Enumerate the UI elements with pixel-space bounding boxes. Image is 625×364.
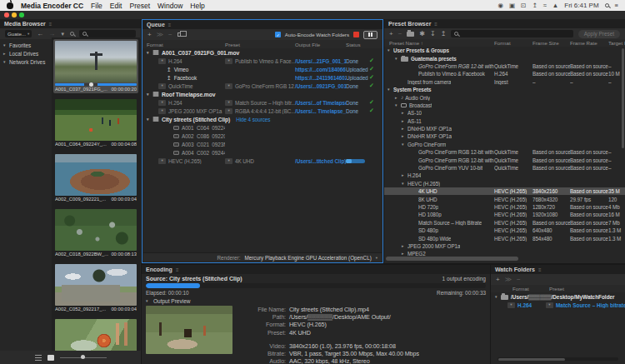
menu-window[interactable]: Window (158, 2, 182, 10)
preset-row[interactable]: Match Source – High Bitrate HEVC (H.265)… (384, 219, 625, 227)
column-preset[interactable]: Preset (549, 286, 564, 292)
preset-row[interactable]: ▸ DNxHR MXF OP1a (384, 132, 625, 140)
format-dropdown[interactable] (158, 100, 166, 106)
menu-bar-clock[interactable]: Fri 6:41 PM (564, 2, 598, 9)
output-file-link[interactable]: /Users/...21FG_001_1.mp4 (295, 58, 346, 64)
forward-button[interactable]: → (48, 31, 55, 37)
preset-row[interactable]: GoPro CineForm YUV 10-bit QuickTime Base… (384, 164, 625, 172)
tab-queue[interactable]: Queue (147, 22, 165, 27)
import-preset-icon[interactable]: ↧ (430, 31, 436, 37)
preset-settings-icon[interactable]: ✱ (419, 31, 425, 37)
preset-row[interactable]: ▸ JPEG 2000 MXF OP1a (384, 242, 625, 250)
column-frame-size[interactable]: Frame Size (532, 40, 570, 46)
disclosure-icon[interactable]: ▾ (495, 295, 501, 299)
preset-dropdown[interactable] (546, 302, 553, 308)
stop-queue-button[interactable] (353, 32, 359, 37)
screen-record-icon[interactable]: ◉ (498, 2, 503, 9)
tab-encoding[interactable]: Encoding (146, 267, 172, 272)
clip-thumbnail-cell[interactable]: A002_C018_0922BW_... 00:00:08:13 (53, 207, 138, 258)
remove-icon[interactable]: − (517, 277, 521, 283)
add-output-icon[interactable]: ≫ (157, 32, 163, 38)
column-format[interactable]: Format (494, 40, 532, 46)
remove-icon[interactable]: − (168, 32, 172, 38)
preset-row[interactable]: Ingest from camera Ingest – – – (384, 78, 625, 86)
list-view-icon[interactable] (35, 355, 42, 361)
vertical-scrollbar[interactable] (622, 48, 624, 148)
disclosure-icon[interactable]: ▾ (388, 48, 393, 52)
column-frame-rate[interactable]: Frame Rate (570, 40, 608, 46)
preset-row[interactable]: 8K UHD HEVC (H.265) 7680x4320 29.97 fps … (384, 195, 625, 202)
queue-row[interactable]: A003_C021_0923NJ_001 (142, 140, 382, 148)
preset-dropdown[interactable] (225, 83, 232, 89)
panel-menu-icon[interactable]: ≡ (538, 267, 542, 272)
preset-row[interactable]: HD 720p HEVC (H.265) 1280x720 Based on s… (384, 203, 625, 211)
preset-row[interactable]: HD 1080p HEVC (H.265) 1920x1080 Based on… (384, 211, 625, 218)
panel-menu-icon[interactable]: ≡ (168, 22, 172, 27)
preset-row[interactable]: ▸ Audio Only (384, 93, 625, 101)
clip-thumbnail-cell[interactable]: A001_C064_09224Y_... 00:00:04:08 (53, 97, 138, 148)
output-file-link[interactable]: /Users/...0921FG_001.mov (295, 83, 346, 89)
menu-preset[interactable]: Preset (129, 2, 150, 10)
queue-row[interactable]: QuickTime GoPro CineForm RGB 12... /User… (142, 82, 382, 90)
disclosure-icon[interactable]: ▾ (402, 182, 408, 186)
panel-menu-icon[interactable]: ≡ (49, 22, 52, 27)
preset-search-input[interactable] (451, 30, 572, 37)
back-button[interactable]: ← (37, 31, 43, 37)
spotlight-search-icon[interactable] (605, 3, 609, 7)
hide-sources-link[interactable]: Hide 4 sources (236, 117, 270, 122)
filter-icon[interactable]: ▼ (60, 32, 65, 37)
preset-row[interactable]: ▾ System Presets (384, 86, 625, 93)
queue-row[interactable]: A001_C064_09224Y_001 (142, 123, 382, 132)
preset-row[interactable]: SD 480p Wide HEVC (H.265) 854x480 Based … (384, 234, 625, 242)
preset-dropdown[interactable] (225, 158, 232, 164)
auto-encode-checkbox[interactable]: ✓ (275, 32, 281, 37)
disclosure-icon[interactable]: ▾ (146, 299, 152, 303)
export-preset-icon[interactable]: ↥ (441, 31, 447, 37)
disclosure-icon[interactable]: ▸ (402, 252, 408, 256)
disclosure-icon[interactable]: ▸ (402, 111, 408, 115)
disclosure-icon[interactable]: ▸ (402, 244, 408, 248)
clip-thumbnail-cell[interactable]: A002_C052_092217_... 00:00:03:04 (53, 262, 138, 313)
new-group-icon[interactable] (407, 32, 414, 37)
menu-file[interactable]: File (91, 2, 102, 10)
disclosure-icon[interactable]: ▸ (402, 134, 408, 138)
menu-help[interactable]: Help (190, 2, 204, 10)
add-output-icon[interactable]: ≫ (505, 277, 512, 283)
tab-watch-folders[interactable]: Watch Folders (495, 267, 535, 272)
close-window-button[interactable] (4, 12, 9, 17)
queue-row[interactable]: A002_C086_09220G_001 (142, 132, 382, 140)
tab-preset-browser[interactable]: Preset Browser (388, 21, 431, 27)
disclosure-icon[interactable]: ▾ (147, 117, 152, 122)
preset-row[interactable]: 4K UHD HEVC (H.265) 3840x2160 Based on s… (384, 187, 625, 195)
column-preset-name[interactable]: Preset Name ↑ (384, 40, 494, 46)
disclosure-icon[interactable]: ▾ (388, 87, 393, 92)
preset-row[interactable]: ▾ GoPro CineForm (384, 141, 625, 148)
disclosure-icon[interactable]: ▾ (402, 142, 408, 147)
clip-thumbnail-cell[interactable]: A001_C037_0921FG_... 00:00:00:20 (53, 39, 138, 93)
horizontal-scrollbar[interactable] (386, 257, 518, 261)
media-search-input[interactable] (79, 30, 136, 37)
horizontal-scrollbar[interactable] (498, 357, 618, 361)
preset-row[interactable]: ▸ H.264 (384, 172, 625, 179)
preset-dropdown[interactable] (225, 100, 232, 106)
column-target-rate[interactable]: Target R (608, 40, 625, 46)
clip-scrub-bar[interactable] (55, 83, 137, 86)
output-file-link[interactable]: https://...com/184066142 (295, 67, 346, 72)
disclosure-icon[interactable]: ▾ (3, 43, 9, 47)
preset-dropdown[interactable] (225, 108, 232, 114)
queue-row[interactable]: Facebook https://...24119614602283 Uploa… (142, 73, 382, 82)
pause-queue-button[interactable] (363, 31, 378, 39)
disclosure-icon[interactable]: ▾ (395, 57, 401, 61)
duplicate-icon[interactable] (178, 32, 182, 37)
airplay-icon[interactable]: ⊡ (521, 2, 526, 9)
eject-icon[interactable]: ▲ (552, 2, 558, 9)
panel-menu-icon[interactable]: ≡ (434, 22, 438, 27)
preset-row[interactable]: Publish to Vimeo & Facebook H.264 Based … (384, 70, 625, 77)
wifi-icon[interactable]: ≈ (543, 2, 547, 9)
clip-thumbnail-cell[interactable] (53, 317, 138, 351)
add-watch-folder-icon[interactable]: + (496, 277, 500, 283)
disclosure-icon[interactable]: ▾ (147, 51, 152, 55)
disclosure-icon[interactable]: ▸ (395, 96, 401, 100)
column-format[interactable]: Format (142, 42, 225, 47)
preset-row[interactable]: ▾ Broadcast (384, 102, 625, 109)
